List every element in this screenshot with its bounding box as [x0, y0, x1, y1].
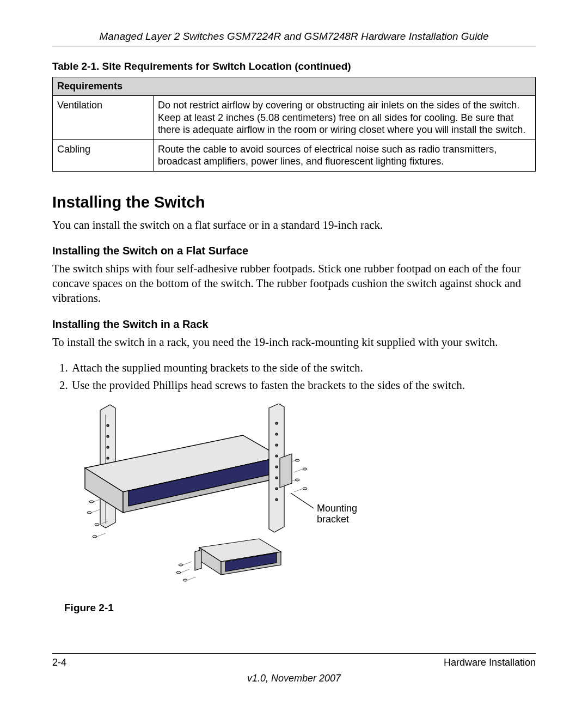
svg-point-16	[275, 444, 278, 446]
rack-steps: Attach the supplied mounting brackets to…	[52, 360, 536, 394]
subsection-heading-rack: Installing the Switch in a Rack	[52, 318, 536, 331]
section-intro: You can install the switch on a flat sur…	[52, 218, 536, 233]
svg-point-4	[107, 446, 109, 448]
callout-mounting: Mounting	[317, 503, 357, 514]
svg-point-3	[107, 435, 109, 437]
svg-point-49	[183, 579, 187, 581]
rack-body: To install the switch in a rack, you nee…	[52, 335, 536, 350]
svg-point-5	[107, 457, 109, 459]
subsection-heading-flat: Installing the Switch on a Flat Surface	[52, 245, 536, 257]
req-desc: Do not restrict airflow by covering or o…	[154, 96, 536, 140]
doc-header-title: Managed Layer 2 Switches GSM7224R and GS…	[52, 31, 536, 42]
svg-point-15	[275, 433, 278, 435]
figure-caption: Figure 2-1	[64, 602, 536, 614]
svg-line-39	[291, 493, 314, 508]
svg-marker-44	[195, 550, 201, 570]
svg-point-14	[275, 422, 278, 424]
svg-point-17	[275, 455, 278, 457]
svg-line-33	[294, 469, 303, 472]
svg-line-29	[97, 533, 106, 537]
footer-section-name: Hardware Installation	[444, 657, 536, 668]
footer-rule	[52, 653, 536, 654]
list-item: Attach the supplied mounting brackets to…	[71, 360, 536, 376]
footer-page-number: 2-4	[52, 657, 66, 668]
table-row: Cabling Route the cable to avoid sources…	[53, 139, 536, 171]
svg-marker-38	[280, 454, 292, 488]
list-item: Use the provided Phillips head screws to…	[71, 377, 536, 393]
svg-point-18	[275, 466, 278, 468]
section-heading-installing: Installing the Switch	[52, 193, 536, 211]
svg-point-47	[176, 571, 181, 574]
svg-point-36	[303, 488, 307, 490]
flat-body: The switch ships with four self-adhesive…	[52, 261, 536, 306]
svg-point-20	[275, 488, 278, 490]
switch-rack-illustration: Mounting bracket	[63, 404, 368, 594]
svg-point-30	[295, 459, 299, 461]
svg-line-50	[187, 577, 196, 580]
svg-point-24	[87, 512, 91, 514]
svg-line-46	[183, 562, 192, 565]
footer-version: v1.0, November 2007	[52, 673, 536, 684]
svg-point-2	[107, 424, 109, 427]
requirements-table: Requirements Ventilation Do not restrict…	[52, 77, 536, 172]
svg-point-22	[89, 501, 94, 503]
callout-bracket: bracket	[317, 514, 349, 525]
header-rule	[52, 46, 536, 46]
svg-point-26	[95, 524, 99, 526]
svg-point-32	[303, 468, 307, 470]
svg-point-34	[295, 479, 299, 481]
req-desc: Route the cable to avoid sources of elec…	[154, 139, 536, 171]
req-label: Cabling	[53, 139, 154, 171]
svg-line-25	[91, 509, 100, 513]
req-label: Ventilation	[53, 96, 154, 140]
svg-point-21	[275, 498, 278, 501]
table-row: Ventilation Do not restrict airflow by c…	[53, 96, 536, 140]
svg-point-45	[179, 564, 183, 566]
svg-line-37	[294, 489, 303, 492]
figure-2-1: Mounting bracket	[63, 404, 536, 597]
svg-point-28	[93, 535, 97, 538]
table-header-requirements: Requirements	[53, 77, 536, 96]
svg-line-48	[181, 569, 189, 573]
svg-point-19	[275, 477, 278, 479]
table-caption: Table 2-1. Site Requirements for Switch …	[52, 60, 536, 72]
